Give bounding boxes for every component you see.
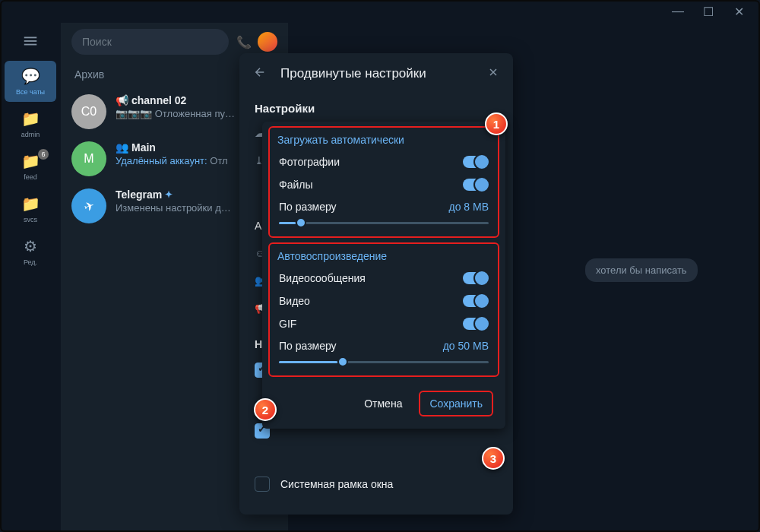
callout-2: 2 (254, 398, 277, 421)
slider-value: до 50 MB (443, 340, 489, 352)
toggle-video-messages[interactable]: Видеосообщения (277, 267, 490, 290)
folder-icon: 📁 (21, 152, 40, 170)
folder-rail: 💬 Все чаты 📁 admin 📁 6 feed 📁 svcs ⚙ Ред… (0, 23, 61, 532)
rail-feed[interactable]: 📁 6 feed (5, 146, 56, 187)
size-slider[interactable] (279, 222, 489, 224)
toggle-switch[interactable] (463, 318, 489, 330)
search-input[interactable]: Поиск (71, 29, 229, 55)
toggle-switch[interactable] (463, 156, 489, 168)
toggle-gif[interactable]: GIF (277, 312, 490, 335)
chat-avatar: C0 (71, 94, 106, 129)
close-icon[interactable] (487, 66, 499, 81)
rail-svcs[interactable]: 📁 svcs (5, 188, 56, 230)
call-icon[interactable]: 📞 (236, 35, 252, 49)
group-title: Загружать автоматически (277, 134, 490, 146)
toggle-switch[interactable] (463, 295, 489, 307)
write-hint: хотели бы написать (585, 258, 698, 282)
group-autoplay: Автовоспроизведение Видеосообщения Видео… (268, 242, 499, 377)
group-title: Автовоспроизведение (277, 250, 490, 262)
toggle-photos[interactable]: Фотографии (277, 150, 490, 173)
callout-3: 3 (482, 447, 505, 470)
window-titlebar: — ☐ ✕ (0, 0, 760, 23)
rail-all-chats[interactable]: 💬 Все чаты (5, 61, 56, 102)
folder-icon: 📁 (21, 109, 40, 128)
chats-icon: 💬 (21, 67, 40, 85)
slider-label: По размеру (279, 340, 337, 352)
menu-icon[interactable] (15, 29, 46, 53)
rail-badge: 6 (38, 149, 49, 160)
group-auto-download: Загружать автоматически Фотографии Файлы… (268, 126, 499, 238)
toggle-switch[interactable] (463, 272, 489, 284)
close-window-button[interactable]: ✕ (724, 0, 754, 23)
chat-avatar: ✈ (71, 188, 106, 223)
toggle-video[interactable]: Видео (277, 290, 490, 312)
maximize-button[interactable]: ☐ (693, 0, 724, 23)
verified-icon: ✦ (165, 189, 173, 200)
rail-edit[interactable]: ⚙ Ред. (5, 231, 56, 272)
back-arrow-icon[interactable] (253, 65, 267, 82)
minimize-button[interactable]: — (663, 0, 693, 23)
slider-label: По размеру (279, 201, 337, 213)
checkbox-row-system-frame[interactable]: Системная рамка окна (239, 469, 513, 499)
rail-label: Ред. (24, 258, 37, 266)
rail-label: feed (24, 173, 37, 181)
toggle-switch[interactable] (463, 179, 489, 191)
rail-admin[interactable]: 📁 admin (5, 103, 56, 144)
autodownload-dialog: Загружать автоматически Фотографии Файлы… (262, 122, 505, 429)
rail-label: admin (21, 131, 40, 138)
toggle-files[interactable]: Файлы (277, 173, 490, 196)
rail-label: Все чаты (16, 88, 45, 96)
checkbox-icon[interactable] (255, 477, 270, 492)
settings-icon: ⚙ (24, 237, 37, 255)
slider-thumb[interactable] (337, 356, 348, 367)
folder-icon: 📁 (21, 195, 40, 213)
size-slider[interactable] (279, 361, 489, 363)
callout-1: 1 (485, 112, 508, 135)
avatar[interactable] (258, 32, 277, 52)
save-button[interactable]: Сохранить (419, 391, 493, 416)
rail-label: svcs (24, 216, 37, 223)
section-title: Настройки (239, 94, 513, 119)
chat-avatar: M (71, 141, 106, 176)
slider-value: до 8 MB (448, 201, 489, 213)
slider-thumb[interactable] (296, 217, 306, 228)
search-placeholder: Поиск (82, 36, 112, 48)
cancel-button[interactable]: Отмена (353, 392, 413, 415)
modal-title: Продвинутые настройки (280, 66, 473, 81)
